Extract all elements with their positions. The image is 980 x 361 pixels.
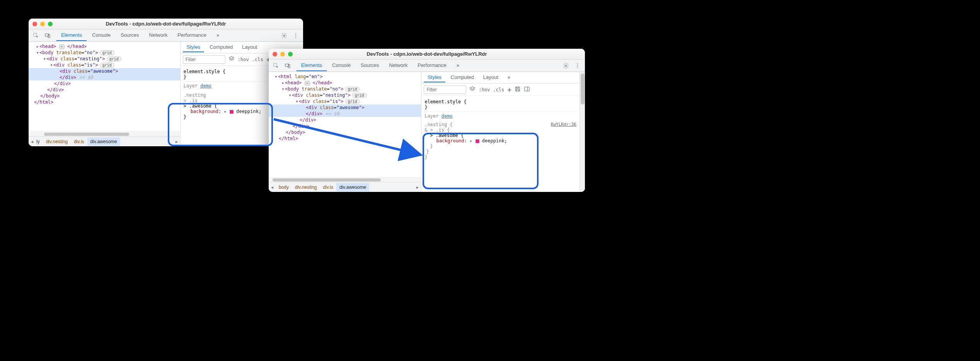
chevron-left-icon[interactable]: ◂ <box>29 139 36 144</box>
minimize-icon[interactable] <box>280 52 285 56</box>
plus-button[interactable]: + <box>507 86 511 94</box>
inspect-icon[interactable] <box>31 31 41 41</box>
filter-input[interactable] <box>183 55 225 64</box>
layer-link[interactable]: demo <box>441 113 453 119</box>
crumb-awesome[interactable]: div.awesome <box>336 183 369 192</box>
chevron-right-icon[interactable]: ▸ <box>414 185 421 190</box>
grid-badge[interactable]: grid <box>345 87 360 92</box>
tab-console[interactable]: Console <box>87 30 115 41</box>
layer-link[interactable]: demo <box>200 83 211 89</box>
gear-icon[interactable] <box>561 61 571 71</box>
subtab-computed[interactable]: Computed <box>206 43 237 52</box>
prop-val[interactable]: deeppink <box>236 109 259 114</box>
dom-nesting-val: "nesting" <box>77 56 102 62</box>
crumb-is[interactable]: div.is <box>320 183 336 192</box>
color-swatch[interactable] <box>230 110 233 114</box>
ellipsis-icon[interactable]: ⋯ <box>305 81 310 86</box>
crumb-nesting[interactable]: div.nesting <box>43 137 71 146</box>
horizontal-scrollbar[interactable] <box>29 132 180 136</box>
zoom-icon[interactable] <box>288 52 293 56</box>
crumb-is[interactable]: div.is <box>71 137 87 146</box>
save-icon[interactable] <box>515 86 521 93</box>
titlebar: DevTools - cdpn.io/web-dot-dev/fullpage/… <box>29 19 303 29</box>
subtab-more[interactable]: » <box>504 73 514 82</box>
svg-point-5 <box>295 35 296 36</box>
subtab-styles[interactable]: Styles <box>424 73 445 82</box>
kebab-icon[interactable] <box>573 61 583 71</box>
dom-awesome-val: "awesome" <box>90 68 116 74</box>
gear-icon[interactable] <box>279 31 289 41</box>
dom-close-html: </html> <box>34 99 54 105</box>
horizontal-scrollbar[interactable] <box>269 177 421 182</box>
kebab-icon[interactable] <box>291 31 301 41</box>
close-icon[interactable] <box>32 22 37 26</box>
tab-more[interactable]: » <box>452 60 464 71</box>
prop-val[interactable]: deeppink <box>482 138 504 144</box>
tab-elements[interactable]: Elements <box>56 30 87 41</box>
dom-body-attr: translate <box>56 50 81 55</box>
grid-badge[interactable]: grid <box>107 56 121 62</box>
cls-button[interactable]: .cls <box>252 57 263 62</box>
dom-selected-line[interactable]: <div class="awesome"> <box>29 68 180 74</box>
tab-performance[interactable]: Performance <box>413 60 451 71</box>
dom-tree[interactable]: ▸<head> ⋯ </head> ▾<body translate="no">… <box>29 42 180 136</box>
minimize-icon[interactable] <box>40 22 45 26</box>
subtab-layout[interactable]: Layout <box>479 73 502 82</box>
grid-badge[interactable]: grid <box>352 93 367 98</box>
tab-more[interactable]: » <box>212 30 224 41</box>
grid-badge[interactable]: grid <box>345 99 360 104</box>
layers-icon[interactable] <box>469 86 476 93</box>
source-link[interactable]: RwYLRdr:36 <box>551 122 576 127</box>
crumb-nesting[interactable]: div.nesting <box>292 183 320 192</box>
subtab-styles[interactable]: Styles <box>183 43 204 52</box>
svg-point-11 <box>577 63 578 64</box>
inspect-icon[interactable] <box>271 61 281 71</box>
svg-point-4 <box>295 33 296 34</box>
layers-icon[interactable] <box>228 56 235 63</box>
device-icon[interactable] <box>43 31 53 41</box>
titlebar: DevTools - cdpn.io/web-dot-dev/fullpage/… <box>269 49 585 60</box>
dom-eq0: == $0 <box>76 75 93 80</box>
prop-name[interactable]: background <box>436 138 464 144</box>
svg-point-13 <box>577 67 578 68</box>
svg-rect-17 <box>525 87 529 91</box>
dom-tree[interactable]: ▾<html lang="en"> ▸<head> ⋯ </head> ▾<bo… <box>269 72 421 182</box>
sel-amp-is: & > .is { <box>424 127 576 133</box>
chevron-left-icon[interactable]: ◂ <box>269 185 276 190</box>
subtab-layout[interactable]: Layout <box>238 43 261 52</box>
grid-badge[interactable]: grid <box>100 63 114 68</box>
tab-console[interactable]: Console <box>327 60 355 71</box>
panel-icon[interactable] <box>524 86 530 93</box>
layer-label: Layer <box>424 113 438 119</box>
chevron-right-icon[interactable]: ▸ <box>173 139 180 144</box>
zoom-icon[interactable] <box>48 22 53 26</box>
grid-badge[interactable]: grid <box>100 50 114 55</box>
filter-input[interactable] <box>424 86 466 94</box>
tab-network[interactable]: Network <box>385 60 412 71</box>
vertical-scrollbar[interactable] <box>579 72 585 192</box>
dom-head-open: <head> <box>39 44 56 49</box>
tab-sources[interactable]: Sources <box>356 60 384 71</box>
hov-button[interactable]: :hov <box>238 57 249 62</box>
expand-icon[interactable]: ▸ <box>224 109 227 114</box>
close-icon[interactable] <box>273 52 277 56</box>
tab-performance[interactable]: Performance <box>173 30 211 41</box>
dom-selected-line[interactable]: <div class="awesome"> <box>269 104 421 111</box>
crumb-body[interactable]: body <box>276 183 292 192</box>
color-swatch[interactable] <box>476 139 479 143</box>
cls-button[interactable]: .cls <box>493 87 504 92</box>
prop-name[interactable]: background <box>191 109 218 114</box>
crumb-awesome[interactable]: div.awesome <box>87 137 120 146</box>
device-icon[interactable] <box>283 61 293 71</box>
tab-elements[interactable]: Elements <box>297 60 327 71</box>
subtab-computed[interactable]: Computed <box>447 73 478 82</box>
hov-button[interactable]: :hov <box>479 87 490 92</box>
crumb-ly[interactable]: ly <box>36 137 43 146</box>
tab-network[interactable]: Network <box>145 30 172 41</box>
tab-sources[interactable]: Sources <box>116 30 144 41</box>
window-title: DevTools - cdpn.io/web-dot-dev/fullpage/… <box>106 21 226 27</box>
dom-head-close: </head> <box>67 44 87 49</box>
ellipsis-icon[interactable]: ⋯ <box>59 44 65 49</box>
expand-icon[interactable]: ▸ <box>470 138 472 144</box>
svg-rect-15 <box>516 87 518 88</box>
